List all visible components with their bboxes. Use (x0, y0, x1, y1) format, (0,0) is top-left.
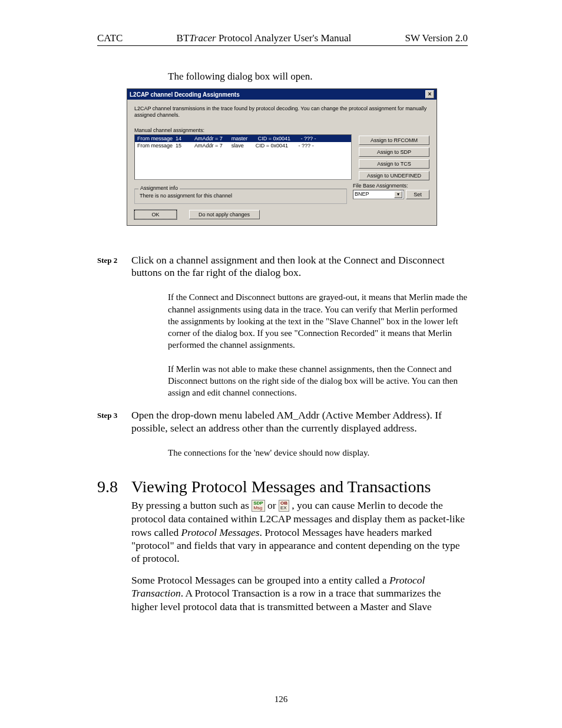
dialog-title-text: L2CAP channel Decoding Assignments (130, 91, 240, 98)
sub-paragraph: If the Connect and Disconnect buttons ar… (168, 291, 468, 351)
assign-tcs-button[interactable]: Assign to TCS (359, 159, 429, 169)
body-paragraph: Some Protocol Messages can be grouped in… (131, 574, 468, 613)
section-number: 9.8 (97, 477, 123, 496)
ok-button[interactable]: OK (134, 210, 177, 219)
list-item[interactable]: From message 15 AmAddr = 7 slave CID = 0… (135, 142, 351, 149)
step-2: Step 2 Click on a channel assignment and… (97, 254, 468, 280)
filebase-label: File Base Assignments: (353, 183, 429, 189)
close-icon[interactable]: × (425, 90, 434, 98)
sdp-msg-icon[interactable]: SDPMsg (252, 500, 265, 512)
dialog-l2cap-decoding: L2CAP channel Decoding Assignments × L2C… (127, 88, 437, 226)
step-3: Step 3 Open the drop-down menu labeled A… (97, 409, 468, 435)
dialog-description: L2CAP channel transmissions in the trace… (134, 106, 429, 119)
header-left: CATC (97, 32, 123, 44)
header-center: BTTracer Protocol Analyzer User's Manual (177, 32, 352, 44)
assignment-info-fieldset: Assignment info There is no assignment f… (134, 189, 347, 204)
header-right: SW Version 2.0 (405, 32, 468, 44)
lead-text: The following dialog box will open. (168, 71, 468, 83)
page-number: 126 (0, 694, 562, 704)
assignment-info-text: There is no assignment for this channel (140, 193, 342, 199)
set-button[interactable]: Set (406, 190, 429, 199)
do-not-apply-button[interactable]: Do not apply changes (189, 210, 260, 219)
list-item[interactable]: From message 14 AmAddr = 7 master CID = … (135, 135, 351, 142)
obex-icon[interactable]: OBEX (279, 500, 289, 512)
assign-rfcomm-button[interactable]: Assign to RFCOMM (359, 136, 429, 145)
list-label: Manual channel assignments: (134, 127, 429, 133)
assign-sdp-button[interactable]: Assign to SDP (359, 147, 429, 157)
chevron-down-icon[interactable]: ▾ (394, 191, 402, 198)
section-title: Viewing Protocol Messages and Transactio… (131, 477, 431, 496)
sub-paragraph: The connections for the 'new' device sho… (168, 447, 468, 459)
assign-undefined-button[interactable]: Assign to UNDEFINED (359, 171, 429, 180)
filebase-combo[interactable]: BNEP ▾ (353, 190, 404, 199)
step-body: Click on a channel assignment and then l… (131, 254, 468, 280)
step-label: Step 2 (97, 254, 131, 280)
body-paragraph: By pressing a button such as SDPMsg or O… (131, 499, 468, 565)
section-heading: 9.8 Viewing Protocol Messages and Transa… (97, 477, 468, 496)
page-header: CATC BTTracer Protocol Analyzer User's M… (97, 32, 468, 46)
dialog-titlebar: L2CAP channel Decoding Assignments × (127, 89, 437, 100)
step-label: Step 3 (97, 409, 131, 435)
channel-listbox[interactable]: From message 14 AmAddr = 7 master CID = … (134, 134, 352, 180)
fieldset-legend: Assignment info (138, 185, 180, 191)
sub-paragraph: If Merlin was not able to make these cha… (168, 363, 468, 399)
step-body: Open the drop-down menu labeled AM_Addr … (131, 409, 468, 435)
